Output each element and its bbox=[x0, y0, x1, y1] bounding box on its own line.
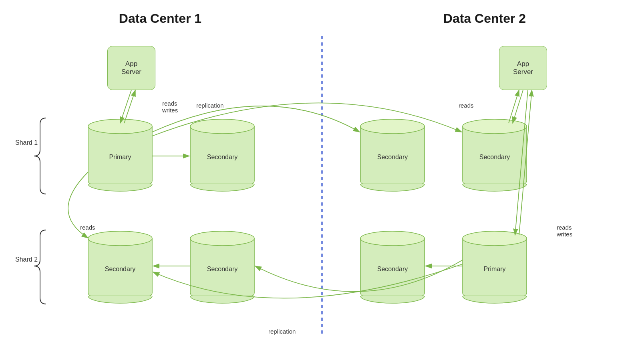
diagram-svg: Primary Secondary Secondary Secondary Se… bbox=[0, 0, 644, 348]
svg-point-11 bbox=[88, 231, 152, 246]
dc2-app-server: App Server bbox=[499, 46, 547, 90]
reads-writes-dc1-label: reads writes bbox=[162, 100, 178, 114]
svg-line-25 bbox=[519, 90, 532, 235]
dc1-shard1-primary-label: Primary bbox=[109, 154, 131, 160]
svg-line-18 bbox=[120, 90, 131, 123]
dc1-shard2-secondary1-label: Secondary bbox=[105, 266, 136, 272]
replication-top-label: replication bbox=[196, 102, 223, 109]
svg-point-5 bbox=[190, 119, 254, 134]
reads-writes-dc2-label: reads writes bbox=[557, 224, 572, 238]
reads-dc1-label: reads bbox=[80, 224, 95, 231]
svg-line-19 bbox=[124, 90, 135, 123]
svg-rect-8 bbox=[463, 124, 527, 184]
dc1-shard2-secondary2-label: Secondary bbox=[207, 266, 238, 272]
svg-rect-6 bbox=[360, 124, 425, 184]
dc2-shard2-primary-label: Primary bbox=[483, 266, 505, 272]
svg-point-9 bbox=[463, 119, 527, 134]
svg-point-3 bbox=[88, 119, 152, 134]
svg-rect-2 bbox=[88, 124, 152, 184]
shard2-label: Shard 2 bbox=[15, 256, 38, 263]
svg-point-7 bbox=[360, 119, 425, 134]
reads-dc2-label: reads bbox=[459, 102, 474, 109]
svg-rect-12 bbox=[190, 236, 254, 296]
svg-line-21 bbox=[513, 90, 523, 123]
shard1-label: Shard 1 bbox=[15, 139, 38, 146]
dc1-title: Data Center 1 bbox=[88, 11, 232, 26]
svg-rect-16 bbox=[463, 236, 527, 296]
svg-rect-10 bbox=[88, 236, 152, 296]
svg-rect-14 bbox=[360, 236, 425, 296]
svg-point-13 bbox=[190, 231, 254, 246]
dc2-title: Data Center 2 bbox=[413, 11, 557, 26]
svg-rect-4 bbox=[190, 124, 254, 184]
dc2-shard1-secondary1-label: Secondary bbox=[377, 154, 408, 160]
dc1-shard1-secondary-label: Secondary bbox=[207, 154, 238, 160]
dc2-shard1-secondary2-label: Secondary bbox=[479, 154, 510, 160]
svg-line-22 bbox=[509, 90, 519, 123]
svg-point-15 bbox=[360, 231, 425, 246]
svg-line-24 bbox=[515, 90, 528, 235]
svg-point-17 bbox=[463, 231, 527, 246]
replication-bottom-label: replication bbox=[268, 328, 296, 335]
dc1-app-server: App Server bbox=[107, 46, 155, 90]
dc2-shard2-secondary-label: Secondary bbox=[377, 266, 408, 272]
